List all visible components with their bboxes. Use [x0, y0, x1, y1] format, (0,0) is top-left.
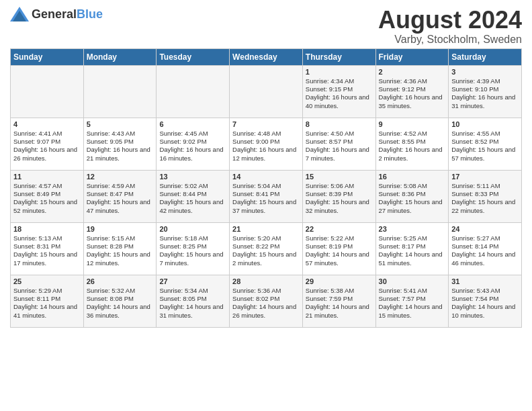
day-info: Sunrise: 5:06 AM: [306, 182, 373, 190]
day-info: Sunset: 9:07 PM: [13, 138, 81, 146]
day-info: Sunset: 8:55 PM: [379, 138, 446, 146]
day-info: Daylight: 15 hours and 27 minutes.: [379, 198, 446, 215]
day-info: Sunset: 8:39 PM: [306, 190, 373, 198]
day-info: Sunrise: 5:20 AM: [232, 234, 300, 242]
day-info: Sunrise: 5:18 AM: [159, 234, 226, 242]
day-info: Sunrise: 5:22 AM: [306, 234, 373, 242]
day-info: Sunrise: 5:25 AM: [379, 234, 446, 242]
day-info: Daylight: 14 hours and 21 minutes.: [306, 303, 373, 320]
calendar-table: Sunday Monday Tuesday Wednesday Thursday…: [10, 48, 522, 328]
calendar-cell: 21Sunrise: 5:20 AMSunset: 8:22 PMDayligh…: [230, 222, 303, 275]
calendar-cell: [157, 65, 230, 118]
day-info: Sunrise: 4:34 AM: [306, 77, 373, 85]
day-info: Sunset: 9:12 PM: [379, 85, 446, 93]
main-container: GeneralBlue August 2024 Varby, Stockholm…: [0, 0, 532, 334]
day-info: Daylight: 15 hours and 57 minutes.: [451, 146, 519, 163]
calendar-cell: 18Sunrise: 5:13 AMSunset: 8:31 PMDayligh…: [11, 222, 84, 275]
calendar-cell: 26Sunrise: 5:32 AMSunset: 8:08 PMDayligh…: [83, 275, 157, 327]
calendar-cell: [83, 65, 157, 118]
day-info: Sunrise: 4:41 AM: [13, 130, 81, 138]
day-number: 20: [159, 225, 226, 233]
day-number: 12: [87, 173, 154, 181]
day-info: Sunset: 8:36 PM: [379, 190, 446, 198]
calendar-cell: 4Sunrise: 4:41 AMSunset: 9:07 PMDaylight…: [11, 118, 84, 170]
day-number: 6: [159, 120, 226, 128]
day-number: 23: [379, 225, 446, 233]
day-info: Sunrise: 4:48 AM: [232, 130, 300, 138]
day-info: Sunset: 7:57 PM: [379, 295, 446, 303]
month-year-title: August 2024: [378, 7, 522, 34]
day-info: Daylight: 16 hours and 12 minutes.: [232, 146, 300, 163]
day-info: Daylight: 15 hours and 32 minutes.: [306, 198, 373, 215]
calendar-cell: 27Sunrise: 5:34 AMSunset: 8:05 PMDayligh…: [157, 275, 230, 327]
day-info: Sunset: 8:19 PM: [306, 242, 373, 250]
day-info: Sunset: 9:02 PM: [159, 138, 226, 146]
day-number: 4: [13, 120, 81, 128]
logo-blue: Blue: [77, 7, 103, 21]
day-info: Daylight: 14 hours and 46 minutes.: [451, 250, 519, 267]
calendar-cell: 17Sunrise: 5:11 AMSunset: 8:33 PMDayligh…: [449, 170, 522, 222]
day-info: Sunrise: 5:32 AM: [87, 287, 154, 295]
day-info: Sunset: 8:57 PM: [306, 138, 373, 146]
week-row-5: 25Sunrise: 5:29 AMSunset: 8:11 PMDayligh…: [11, 275, 522, 327]
title-section: August 2024 Varby, Stockholm, Sweden: [378, 7, 522, 46]
day-info: Daylight: 16 hours and 16 minutes.: [159, 146, 226, 163]
day-info: Sunset: 8:52 PM: [451, 138, 519, 146]
calendar-cell: 20Sunrise: 5:18 AMSunset: 8:25 PMDayligh…: [157, 222, 230, 275]
logo-text: GeneralBlue: [32, 7, 103, 21]
day-info: Daylight: 14 hours and 41 minutes.: [13, 303, 81, 320]
day-number: 18: [13, 225, 81, 233]
day-info: Sunrise: 5:41 AM: [379, 287, 446, 295]
day-number: 13: [159, 173, 226, 181]
day-number: 30: [379, 277, 446, 285]
location-subtitle: Varby, Stockholm, Sweden: [378, 34, 522, 46]
day-info: Sunset: 8:05 PM: [159, 295, 226, 303]
day-info: Daylight: 14 hours and 51 minutes.: [379, 250, 446, 267]
header-monday: Monday: [83, 48, 157, 65]
day-info: Sunset: 9:05 PM: [87, 138, 154, 146]
day-info: Sunset: 8:17 PM: [379, 242, 446, 250]
day-info: Sunrise: 5:43 AM: [451, 287, 519, 295]
day-info: Sunset: 8:25 PM: [159, 242, 226, 250]
day-info: Daylight: 14 hours and 15 minutes.: [379, 303, 446, 320]
day-info: Daylight: 14 hours and 31 minutes.: [159, 303, 226, 320]
calendar-cell: 14Sunrise: 5:04 AMSunset: 8:41 PMDayligh…: [230, 170, 303, 222]
day-info: Sunset: 8:28 PM: [87, 242, 154, 250]
day-number: 11: [13, 173, 81, 181]
calendar-cell: 24Sunrise: 5:27 AMSunset: 8:14 PMDayligh…: [449, 222, 522, 275]
day-info: Sunrise: 4:36 AM: [379, 77, 446, 85]
calendar-cell: 16Sunrise: 5:08 AMSunset: 8:36 PMDayligh…: [375, 170, 449, 222]
day-info: Sunrise: 4:50 AM: [306, 130, 373, 138]
calendar-cell: 25Sunrise: 5:29 AMSunset: 8:11 PMDayligh…: [11, 275, 84, 327]
calendar-cell: 29Sunrise: 5:38 AMSunset: 7:59 PMDayligh…: [302, 275, 375, 327]
day-info: Sunset: 8:49 PM: [13, 190, 81, 198]
day-number: 31: [451, 277, 519, 285]
day-info: Sunrise: 5:04 AM: [232, 182, 300, 190]
day-number: 3: [451, 68, 519, 76]
day-number: 27: [159, 277, 226, 285]
day-info: Sunset: 7:59 PM: [306, 295, 373, 303]
day-number: 8: [306, 120, 373, 128]
day-info: Sunrise: 5:08 AM: [379, 182, 446, 190]
day-info: Daylight: 15 hours and 2 minutes.: [232, 250, 300, 267]
day-number: 28: [232, 277, 300, 285]
day-info: Sunset: 7:54 PM: [451, 295, 519, 303]
calendar-cell: 22Sunrise: 5:22 AMSunset: 8:19 PMDayligh…: [302, 222, 375, 275]
day-info: Sunset: 9:10 PM: [451, 85, 519, 93]
week-row-4: 18Sunrise: 5:13 AMSunset: 8:31 PMDayligh…: [11, 222, 522, 275]
day-info: Sunset: 8:14 PM: [451, 242, 519, 250]
day-number: 10: [451, 120, 519, 128]
header-friday: Friday: [375, 48, 449, 65]
day-number: 29: [306, 277, 373, 285]
header-sunday: Sunday: [11, 48, 84, 65]
day-number: 16: [379, 173, 446, 181]
calendar-cell: 7Sunrise: 4:48 AMSunset: 9:00 PMDaylight…: [230, 118, 303, 170]
logo: GeneralBlue: [10, 7, 103, 21]
header-thursday: Thursday: [302, 48, 375, 65]
day-info: Daylight: 14 hours and 26 minutes.: [232, 303, 300, 320]
calendar-cell: 3Sunrise: 4:39 AMSunset: 9:10 PMDaylight…: [449, 65, 522, 118]
day-info: Sunset: 8:33 PM: [451, 190, 519, 198]
day-number: 19: [87, 225, 154, 233]
calendar-cell: 11Sunrise: 4:57 AMSunset: 8:49 PMDayligh…: [11, 170, 84, 222]
calendar-cell: 1Sunrise: 4:34 AMSunset: 9:15 PMDaylight…: [302, 65, 375, 118]
